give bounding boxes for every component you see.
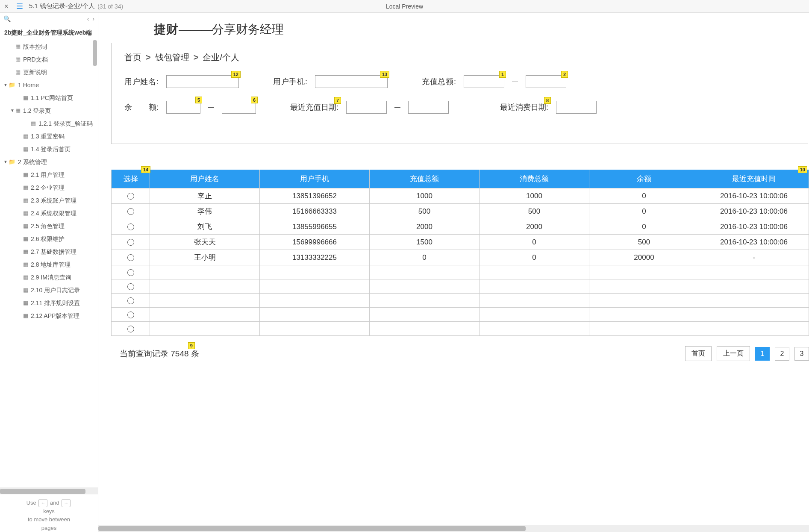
row-radio[interactable] [127,297,134,304]
row-radio[interactable] [127,239,134,246]
tree-item[interactable]: ▦版本控制 [0,40,98,53]
crumb-wallet[interactable]: 钱包管理 [155,52,189,63]
tree-item[interactable]: ▦2.4 系统权限管理 [0,207,98,220]
tree-item[interactable]: ▦1.3 重置密码 [0,130,98,143]
nav-next-icon[interactable]: › [92,15,94,22]
tree-item[interactable]: ▦2.11 排序规则设置 [0,297,98,309]
menu-icon[interactable]: ☰ [16,2,23,11]
tree-item[interactable]: ▦1.4 登录后首页 [0,143,98,156]
tree-item[interactable]: ▦2.10 用户日志记录 [0,284,98,297]
page-icon: ▦ [23,247,28,256]
table-cell: 1000 [480,188,589,204]
table-cell [589,322,699,336]
row-radio[interactable] [127,269,134,276]
table-cell [260,322,370,336]
search-icon[interactable]: 🔍 [3,15,11,22]
tree-scrollbar[interactable] [93,40,97,486]
row-radio[interactable] [127,283,134,290]
page-tree[interactable]: ▦版本控制▦PRD文档▦更新说明▼📁1 Home▦1.1 PC网站首页▼▦1.2… [0,38,98,488]
input-recharge-max[interactable] [526,75,566,88]
input-phone[interactable] [315,75,388,88]
chevron-down-icon: ▼ [3,157,9,167]
tree-item[interactable]: ▼📁2 系统管理 [0,156,98,168]
tree-item[interactable]: ▦2.1 用户管理 [0,168,98,181]
page-3[interactable]: 3 [794,347,809,361]
table-cell [699,279,809,294]
tree-item-label: 1.4 登录后首页 [31,144,71,154]
page-1[interactable]: 1 [755,347,770,361]
tree-item[interactable]: ▦2.5 角色管理 [0,220,98,232]
table-cell [150,308,260,322]
tree-item[interactable]: ▦2.7 基础数据管理 [0,245,98,258]
tree-item[interactable]: ▼▦1.2 登录页 [0,104,98,117]
table-row: 张天天15699996666150005002016-10-23 10:00:0… [112,235,809,250]
page-icon: ▦ [23,209,28,218]
page-icon: ▦ [15,42,21,51]
table-cell: 2016-10-23 10:00:06 [699,219,809,235]
table-cell [589,279,699,294]
table-header: 用户姓名 [150,170,260,188]
key-left-icon: ← [38,499,47,507]
tree-item-label: 2.7 基础数据管理 [31,247,76,256]
table-cell [699,308,809,322]
label-recharge-total: 充值总额: [422,76,456,87]
table-cell: 2016-10-23 10:00:06 [699,235,809,250]
crumb-home[interactable]: 首页 [124,52,141,63]
row-radio[interactable] [127,208,134,215]
tree-item-label: 2.12 APP版本管理 [31,311,79,320]
table-cell: 20000 [589,250,699,265]
pager: 当前查询记录 7548 条 9 首页 上一页 1 2 3 [111,346,809,361]
tree-item[interactable]: ▦2.6 权限维护 [0,232,98,245]
close-button[interactable]: × [0,3,13,10]
label-balance: 余额: [124,102,159,112]
row-radio[interactable] [127,223,134,230]
table-cell [699,265,809,279]
table-row: 李正138513966521000100002016-10-23 10:00:0… [112,188,809,204]
tree-item-label: PRD文档 [23,55,48,64]
note-8: 8 [544,97,551,104]
page-first[interactable]: 首页 [685,346,712,361]
tree-item[interactable]: ▦1.2.1 登录页_验证码 [0,117,98,130]
tree-item[interactable]: ▦更新说明 [0,66,98,79]
table-cell: 0 [589,219,699,235]
row-radio[interactable] [127,193,134,200]
tree-item[interactable]: ▦PRD文档 [0,53,98,66]
tree-item-label: 2.9 IM消息查询 [31,273,71,282]
tree-item-label: 1.2 登录页 [23,106,51,115]
row-radio[interactable] [127,254,134,261]
topbar: × ☰ 5.1 钱包记录-企业/个人 (31 of 34) Local Prev… [0,0,809,13]
page-icon: ▦ [23,311,28,320]
table-cell: 刘飞 [150,219,260,235]
project-title: 2b捷财_企业财务管理系统web端 [0,25,98,38]
table-cell: 13851396652 [260,188,370,204]
tree-item[interactable]: ▼📁1 Home [0,79,98,91]
input-recharge-date-to[interactable] [408,101,449,114]
table-cell [589,308,699,322]
folder-icon: 📁 [9,157,15,167]
row-radio[interactable] [127,312,134,318]
page-2[interactable]: 2 [775,347,789,361]
table-cell [260,279,370,294]
page-icon: ▦ [23,144,28,154]
table-cell: 13133332225 [260,250,370,265]
main-hscroll[interactable] [98,525,809,532]
input-recharge-min[interactable] [464,75,504,88]
sidebar-hscroll[interactable] [0,488,98,494]
table-cell [589,265,699,279]
tree-item[interactable]: ▦2.8 地址库管理 [0,258,98,271]
table-row: 刘飞138559966552000200002016-10-23 10:00:0… [112,219,809,235]
main-preview: 捷财———分享财务经理 首页 > 钱包管理 > 企业/个人 用户姓名: 12 [98,13,809,532]
note-6: 6 [251,97,258,103]
tree-item[interactable]: ▦2.3 系统账户管理 [0,194,98,207]
input-username[interactable] [166,75,239,88]
nav-prev-icon[interactable]: ‹ [87,15,89,22]
row-radio[interactable] [127,326,134,332]
page-prev[interactable]: 上一页 [717,346,750,361]
tree-item-label: 版本控制 [23,42,47,51]
tree-item[interactable]: ▦2.9 IM消息查询 [0,271,98,284]
tree-item[interactable]: ▦1.1 PC网站首页 [0,91,98,104]
input-consume-date-from[interactable] [556,101,597,114]
tree-item[interactable]: ▦2.2 企业管理 [0,181,98,194]
input-recharge-date-from[interactable] [346,101,387,114]
tree-item[interactable]: ▦2.12 APP版本管理 [0,309,98,322]
